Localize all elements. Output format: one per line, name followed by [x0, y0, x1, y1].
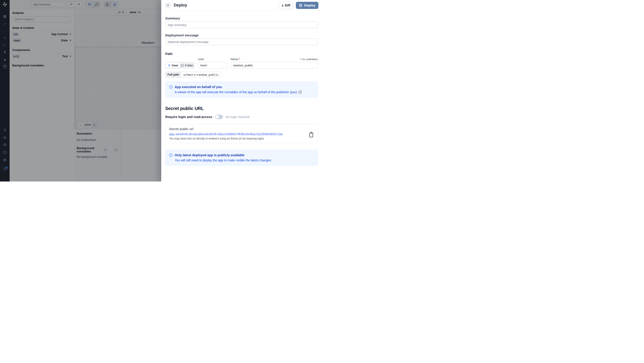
secret-url-link[interactable]: app.windmill.dev/public/windmill-labs/c0… [169, 132, 283, 136]
close-icon: × [167, 3, 169, 7]
full-path-value: u/henri/random_public [181, 72, 221, 77]
full-path-label: Full path [166, 72, 181, 77]
exec-info-body: A viewer of the app will execute the run… [175, 90, 297, 94]
deploy-summary-input[interactable] [165, 21, 318, 28]
deployment-message-label: Deployment message [165, 33, 318, 37]
toggle-knob [215, 115, 219, 119]
deploy-button[interactable]: Deploy [296, 2, 318, 9]
user-field-label: User [198, 57, 228, 61]
require-login-toggle[interactable] [215, 115, 223, 119]
close-drawer-button[interactable]: × [165, 2, 171, 8]
diff-icon: ± [282, 3, 284, 7]
name-field-label: Name * '/' for subfolders [230, 57, 318, 61]
owner-user-label: User [172, 64, 178, 67]
share-hint: You may share this url directly or embed… [169, 137, 314, 140]
deployment-message-input[interactable] [165, 38, 318, 45]
diff-button[interactable]: ± Diff [279, 2, 293, 9]
name-field[interactable] [230, 62, 318, 69]
latest-info-box: Only latest deployed app is publicly ava… [165, 150, 318, 166]
diff-button-label: Diff [285, 3, 290, 7]
user-icon [168, 64, 170, 67]
deploy-button-label: Deploy [304, 3, 315, 7]
drawer-backdrop[interactable] [0, 0, 161, 181]
owner-user-button[interactable]: User [166, 63, 180, 68]
drawer-title: Deploy [174, 3, 276, 7]
required-asterisk: * [239, 57, 240, 61]
info-icon[interactable] [298, 90, 302, 94]
info-icon [169, 153, 173, 157]
drawer-header: × Deploy ± Diff Deploy [161, 0, 322, 11]
save-floppy-icon [299, 3, 302, 7]
toggle-state-text: No login required [226, 115, 250, 119]
summary-label: Summary [165, 16, 318, 20]
folder-icon [181, 64, 184, 67]
subfolder-hint: '/' for subfolders [300, 58, 318, 60]
path-label: Path [165, 52, 318, 56]
exec-info-box: App executed on behalf of you A viewer o… [165, 82, 318, 97]
drawer-body: Summary Deployment message Path User [161, 11, 322, 166]
owner-toggle-group: User Folder [165, 62, 195, 69]
latest-info-title: Only latest deployed app is publicly ava… [175, 153, 244, 157]
exec-info-title: App executed on behalf of you [175, 85, 222, 89]
secret-url-box: Secret public url: app.windmill.dev/publ… [165, 124, 318, 143]
owner-folder-label: Folder [185, 64, 193, 67]
owner-folder-button[interactable]: Folder [180, 63, 194, 68]
require-login-label: Require login and read-access [165, 115, 212, 119]
secret-url-heading: Secret public URL [165, 106, 318, 111]
copy-clipboard-icon[interactable] [309, 132, 314, 138]
full-path-display: Full path u/henri/random_public [165, 72, 221, 77]
user-field[interactable] [198, 62, 228, 69]
secret-url-label: Secret public url: [169, 127, 314, 131]
deploy-drawer: × Deploy ± Diff Deploy Summary Deploymen… [161, 0, 322, 181]
info-icon [169, 85, 173, 89]
latest-info-body: You will still need to deploy the app to… [175, 158, 271, 162]
